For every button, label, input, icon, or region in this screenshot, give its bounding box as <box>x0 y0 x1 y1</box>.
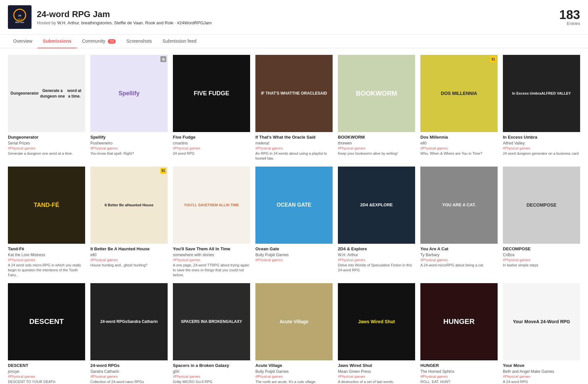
game-card[interactable]: DESCENT DESCENT jonzye #Physical games D… <box>8 283 85 384</box>
game-description: A 24-word microRPG about being a cat. <box>420 263 498 268</box>
game-thumb-text: HUNGER <box>420 283 498 360</box>
game-tag: #Physical games <box>503 146 580 150</box>
community-badge: 23 <box>108 39 116 44</box>
game-author: g0ri <box>173 369 250 374</box>
game-author: jonzye <box>8 369 85 374</box>
tab-screenshots[interactable]: Screenshots <box>121 34 157 48</box>
game-card[interactable]: $1 It Better Be aHaunted House It Better… <box>90 167 168 278</box>
game-thumb-text: It Better Be aHaunted House <box>90 167 168 244</box>
game-thumbnail: Acute Village <box>255 283 333 360</box>
page-title: 24-word RPG Jam <box>37 9 559 19</box>
game-card[interactable]: HUNGER HUNGER The Horned Sphinx #Physica… <box>420 283 498 384</box>
host-link-1[interactable]: W.H. Arthur <box>57 20 79 25</box>
game-thumbnail: YOU'LL SAVETHEM ALLIN TIME <box>173 167 250 244</box>
game-thumb-text: Jaws Wired Shut <box>338 283 415 360</box>
host-link-3[interactable]: Steffie de Vaan <box>114 20 143 25</box>
game-thumbnail: IF THAT'S WHATTHE ORACLESAID <box>255 55 333 132</box>
host-link-2[interactable]: breathingstories <box>81 20 112 25</box>
games-grid: DungeoneratorGenerate a dungeon oneword … <box>8 55 580 384</box>
game-author: Sandra Catharin <box>90 369 168 374</box>
game-card[interactable]: 2D4 &EXPLORE 2D4 & Explore W.H. Arthur #… <box>338 167 415 278</box>
game-tag: #Physical games <box>503 374 580 378</box>
game-card[interactable]: YOU'LL SAVETHEM ALLIN TIME You'll Save T… <box>173 167 250 278</box>
dollar-badge: $1 <box>160 168 166 174</box>
game-card[interactable]: $1 DOS MILLENNIA Dos Millennia ell0 #Phy… <box>420 55 498 161</box>
game-card[interactable]: YOU ARE A CAT. You Are A Cat Ty Barbary … <box>420 167 498 278</box>
header-info: 24-word RPG Jam Hosted by W.H. Arthur, b… <box>37 9 559 25</box>
game-author: threwen <box>338 141 415 146</box>
game-description: The roofs are acute. It's a cute village… <box>255 379 333 384</box>
game-card[interactable]: In Excess UmbraALFRED VALLEY In Excess U… <box>503 55 580 161</box>
game-card[interactable]: OCEAN GATE Ocean Gate Bully Pulpit Games… <box>255 167 333 278</box>
game-thumbnail: $1 It Better Be aHaunted House <box>90 167 168 244</box>
game-tag: #Physical games <box>8 146 85 150</box>
game-description: DESCENT TO YOUR DEATH <box>8 379 85 384</box>
game-thumbnail: 2D4 &EXPLORE <box>338 167 415 244</box>
game-thumbnail: 24-word RPGsSandra Catharin <box>90 283 168 360</box>
host-link-4[interactable]: Rook and Role <box>145 20 174 25</box>
host-link-5[interactable]: #24WordRPGJam <box>177 20 212 25</box>
tab-community[interactable]: Community 23 <box>77 34 121 48</box>
game-author: Bully Pulpit Games <box>255 253 333 257</box>
game-tag: #Physical games <box>173 258 250 262</box>
game-thumbnail: DungeoneratorGenerate a dungeon oneword … <box>8 55 85 132</box>
game-description: Delve into Worlds of Speculative Fiction… <box>338 263 415 273</box>
game-card[interactable]: SPACERS INA BROKENGALAXY Spacers in a Br… <box>173 283 250 384</box>
game-tag: #Physical games <box>255 258 333 262</box>
game-card[interactable]: BOOKWORM BOOKWORM threwen #Physical game… <box>338 55 415 161</box>
tab-overview[interactable]: Overview <box>8 34 37 48</box>
game-thumbnail: DESCENT <box>8 283 85 360</box>
game-card[interactable]: FIVE FUDGE Five Fudge cmartins #Physical… <box>173 55 250 161</box>
game-author: Pusheeneiro <box>90 141 168 146</box>
game-author: ell0 <box>420 141 498 146</box>
game-thumb-text: DungeoneratorGenerate a dungeon oneword … <box>8 55 85 132</box>
game-author: CriBox <box>503 253 580 257</box>
game-description: Generate a dungeon one word at a time. <box>8 151 85 156</box>
logo: 24 word RPG Jam <box>8 5 32 29</box>
game-description: Who, When & Where are You in Time? <box>420 151 498 156</box>
game-author: Kat the Lore Mistress <box>8 253 85 257</box>
game-description: Collection of 24-word nano RPGs <box>90 379 168 384</box>
game-title: 2D4 & Explore <box>338 246 415 252</box>
game-title: HUNGER <box>420 363 498 369</box>
game-thumbnail: $1 DOS MILLENNIA <box>420 55 498 132</box>
game-tag: #Physical games <box>90 374 168 378</box>
game-title: Spellify <box>90 135 168 140</box>
game-card[interactable]: DECOMPOSE DECOMPOSE CriBox #Physical gam… <box>503 167 580 278</box>
hosted-by-label: Hosted by <box>37 20 56 25</box>
game-title: Acute Village <box>255 363 333 369</box>
game-description: You know that spell. Right? <box>90 151 168 156</box>
game-thumb-text: DESCENT <box>8 283 85 360</box>
tab-submissions[interactable]: Submissions <box>37 34 77 48</box>
game-card[interactable]: 24-word RPGsSandra Catharin 24-word RPGs… <box>90 283 168 384</box>
game-tag: #Physical games <box>420 374 498 378</box>
game-thumb-text: Your MoveA 24-Word RPG <box>503 283 580 360</box>
tab-submission-feed[interactable]: Submission feed <box>157 34 202 48</box>
game-description: A 24 word solo micro-RPG in which you re… <box>8 263 85 278</box>
game-tag: #Physical games <box>173 374 250 378</box>
game-thumb-text: IF THAT'S WHATTHE ORACLESAID <box>255 55 333 132</box>
game-card[interactable]: Jaws Wired Shut Jaws Wired Shut Mean Gre… <box>338 283 415 384</box>
game-description: A one page, 24-word TTRPG about trying a… <box>173 263 250 278</box>
game-card[interactable]: TAND-FÉ Tand-Fé Kat the Lore Mistress #P… <box>8 167 85 278</box>
game-title: Five Fudge <box>173 135 250 140</box>
game-thumb-text: TAND-FÉ <box>8 167 85 244</box>
entries-count: 183 <box>559 9 580 21</box>
game-card[interactable]: Acute Village Acute Village Bully Pulpit… <box>255 283 333 384</box>
game-tag: #Physical games <box>255 374 333 378</box>
game-description: A destruction of a set of last words. <box>338 379 415 384</box>
game-card[interactable]: IF THAT'S WHATTHE ORACLESAID If That's W… <box>255 55 333 161</box>
game-title: If That's What the Oracle Said <box>255 135 333 140</box>
game-description: A 24-word RPG <box>503 379 580 384</box>
game-card[interactable]: Your MoveA 24-Word RPG Your Move Beth an… <box>503 283 580 384</box>
game-description: Keep your bookworm alive by writing! <box>338 151 415 156</box>
game-tag: #Physical games <box>8 258 85 262</box>
game-card[interactable]: DungeoneratorGenerate a dungeon oneword … <box>8 55 85 161</box>
game-author: Serial Prizes <box>8 141 85 146</box>
game-title: 24-word RPGs <box>90 363 168 369</box>
game-thumbnail: In Excess UmbraALFRED VALLEY <box>503 55 580 132</box>
game-thumb-text: YOU'LL SAVETHEM ALLIN TIME <box>173 167 250 244</box>
game-author: somewhere with stories <box>173 253 250 257</box>
game-tag: #Physical games <box>338 146 415 150</box>
game-card[interactable]: ⊞ Spellify Spellify Pusheeneiro #Physica… <box>90 55 168 161</box>
